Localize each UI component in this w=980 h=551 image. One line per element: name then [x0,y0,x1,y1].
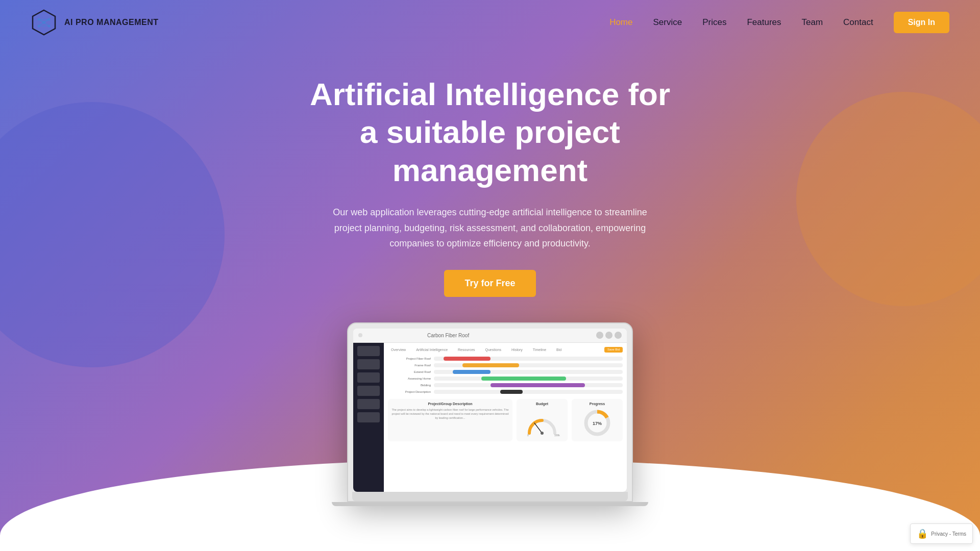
recaptcha-icon: 🔒 [917,528,928,539]
gauge-svg: 0 100k [524,408,560,438]
screen-icon-3 [615,332,622,339]
tab-questions: Questions [482,347,505,353]
screen-body: Overview Artificial Intelligence Resourc… [353,343,627,492]
tab-overview: Overview [388,347,409,353]
nav-links: Home Service Prices Features Team Contac… [609,17,873,28]
screen-sidebar [353,343,384,492]
screen-dot [358,333,362,337]
gantt-bar [500,390,523,394]
gantt-bar-area [434,377,623,381]
screen-desc-title: Project/Group Description [391,402,509,406]
gantt-row: Extend Roof [388,370,623,374]
gantt-label: Project Description [388,390,434,393]
gantt-row: Assessing Home [388,377,623,381]
screen-icon-1 [596,332,603,339]
laptop-screen: Carbon Fiber Roof [353,329,627,492]
sidebar-item [357,386,380,396]
hero-title: Artificial Intelligence for a suitable p… [310,76,670,189]
nav-prices[interactable]: Prices [702,17,726,27]
laptop-base [352,492,628,501]
progress-svg: 17% [582,408,612,438]
budget-title: Budget [536,402,548,406]
svg-line-9 [44,22,49,26]
tab-bid: Bid [553,347,565,353]
tab-ai: Artificial Intelligence [413,347,451,353]
hero-section: Artificial Intelligence for a suitable p… [0,45,980,506]
screen-topbar: Carbon Fiber Roof [353,329,627,343]
recaptcha-badge: 🔒 Privacy - Terms [910,523,973,544]
gantt-row: Frame Roof [388,363,623,367]
svg-text:17%: 17% [593,421,602,426]
tab-timeline: Timeline [530,347,549,353]
tab-history: History [508,347,526,353]
gantt-chart: Project Fiber Roof Frame Roof [388,357,623,394]
nav-features[interactable]: Features [747,17,781,27]
recaptcha-text: Privacy - Terms [931,531,966,537]
nav-team[interactable]: Team [802,17,823,27]
laptop-mockup: Carbon Fiber Roof [347,322,633,506]
gantt-bar-area [434,357,623,361]
hero-subtitle: Our web application leverages cutting-ed… [327,205,653,252]
screen-icons [596,332,622,339]
gantt-bar [481,377,567,381]
screen-main: Overview Artificial Intelligence Resourc… [384,343,627,492]
logo-text: AI PRO MANAGEMENT [64,18,159,27]
svg-line-7 [44,19,49,22]
gantt-bar [491,383,585,387]
svg-point-13 [541,432,544,435]
gantt-bar [453,370,491,374]
screen-save-button[interactable]: Save Bid [604,347,623,353]
navigation: AI PRO MANAGEMENT Home Service Prices Fe… [0,0,980,45]
svg-line-8 [39,22,44,26]
gantt-bar-area [434,390,623,394]
gantt-label: Project Fiber Roof [388,357,434,360]
sidebar-item [357,372,380,383]
logo-link[interactable]: AI PRO MANAGEMENT [31,9,159,36]
screen-title: Carbon Fiber Roof [427,333,469,338]
gantt-bar-area [434,370,623,374]
screen-desc-text: The project aims to develop a lightweigh… [391,408,509,420]
gantt-row: Project Fiber Roof [388,357,623,361]
try-for-free-button[interactable]: Try for Free [444,270,535,297]
screen-description: Project/Group Description The project ai… [388,399,512,441]
signin-button[interactable]: Sign In [894,12,949,33]
nav-home[interactable]: Home [609,17,632,27]
gantt-label: Assessing Home [388,377,434,380]
gantt-bar [444,357,491,361]
gantt-label: Frame Roof [388,364,434,367]
sidebar-item [357,399,380,409]
sidebar-item [357,359,380,369]
recaptcha-inner: 🔒 Privacy - Terms [917,528,966,539]
tab-resources: Resources [455,347,478,353]
svg-text:100k: 100k [554,434,560,437]
gantt-label: Extend Roof [388,370,434,373]
gantt-bar-area [434,363,623,367]
progress-title: Progress [590,402,605,406]
screen-bottom: Project/Group Description The project ai… [388,399,623,441]
svg-line-12 [534,423,542,433]
gantt-row: Project Description [388,390,623,394]
svg-line-6 [39,19,44,22]
progress-widget: Progress 17% [572,399,623,441]
laptop-bottom [332,502,648,506]
sidebar-item [357,346,380,356]
laptop-outer: Carbon Fiber Roof [347,322,633,502]
gantt-label: Bidding [388,384,434,387]
screen-tabs: Overview Artificial Intelligence Resourc… [388,347,623,353]
gantt-row: Bidding [388,383,623,387]
logo-icon [31,9,57,36]
nav-service[interactable]: Service [653,17,682,27]
sidebar-item [357,412,380,422]
svg-text:0: 0 [527,434,529,437]
screen-icon-2 [605,332,612,339]
gantt-bar [462,363,519,367]
nav-contact[interactable]: Contact [843,17,873,27]
gantt-bar-area [434,383,623,387]
budget-gauge: Budget 0 [517,399,568,441]
